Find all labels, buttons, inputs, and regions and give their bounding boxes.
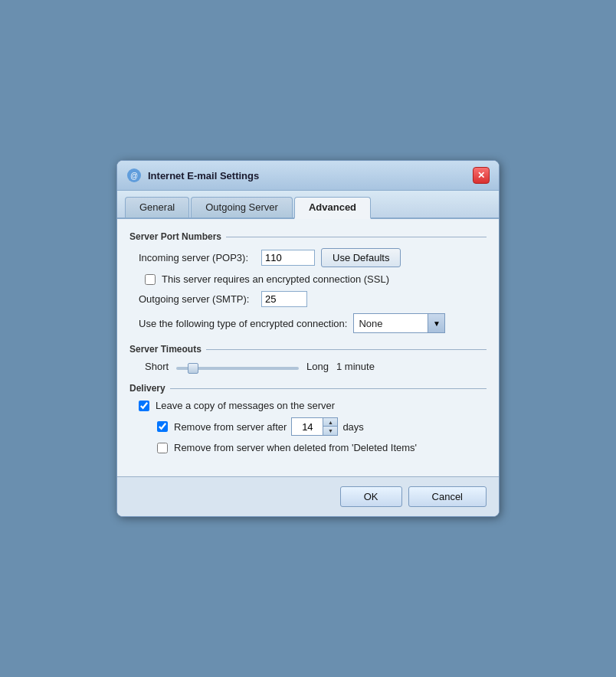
server-ports-section: Server Port Numbers Incoming server (POP… (129, 231, 487, 333)
spin-down-button[interactable]: ▼ (323, 427, 337, 435)
encrypt-select-value: None (354, 316, 428, 332)
use-defaults-button[interactable]: Use Defaults (321, 248, 401, 267)
server-timeouts-title: Server Timeouts (129, 344, 487, 355)
title-bar: @ Internet E-mail Settings ✕ (117, 161, 499, 191)
dialog-window: @ Internet E-mail Settings ✕ General Out… (116, 160, 500, 517)
long-label: Long (306, 361, 329, 372)
svg-text:@: @ (130, 172, 138, 180)
remove-after-label: Remove from server after ▲ ▼ days (174, 417, 364, 436)
encrypt-row: Use the following type of encrypted conn… (129, 313, 487, 333)
delivery-section: Delivery Leave a copy of messages on the… (129, 383, 487, 453)
tab-outgoing[interactable]: Outgoing Server (191, 197, 293, 217)
remove-deleted-checkbox[interactable] (157, 443, 168, 453)
encrypt-select[interactable]: None ▼ (353, 313, 445, 333)
ssl-checkbox-row: This server requires an encrypted connec… (129, 273, 487, 285)
remove-after-row: Remove from server after ▲ ▼ days (129, 417, 487, 436)
close-button[interactable]: ✕ (473, 167, 490, 184)
ssl-label: This server requires an encrypted connec… (162, 273, 389, 285)
timeout-slider-container (176, 361, 299, 372)
days-input[interactable] (292, 418, 323, 435)
outgoing-server-label: Outgoing server (SMTP): (139, 293, 261, 305)
outgoing-server-input[interactable] (261, 291, 307, 307)
leave-copy-label: Leave a copy of messages on the server (156, 400, 335, 411)
incoming-server-row: Incoming server (POP3): Use Defaults (129, 248, 487, 267)
tab-content: Server Port Numbers Incoming server (POP… (117, 219, 499, 476)
delivery-title: Delivery (129, 383, 487, 394)
tabs-row: General Outgoing Server Advanced (117, 191, 499, 219)
encrypt-label: Use the following type of encrypted conn… (139, 318, 347, 329)
remove-deleted-row: Remove from server when deleted from 'De… (129, 442, 487, 453)
ssl-checkbox[interactable] (145, 274, 156, 285)
spin-up-button[interactable]: ▲ (323, 418, 337, 427)
remove-after-checkbox[interactable] (157, 421, 168, 432)
cancel-button[interactable]: Cancel (408, 486, 487, 507)
server-timeouts-section: Server Timeouts Short Long 1 minute (129, 344, 487, 372)
leave-copy-checkbox[interactable] (139, 401, 149, 411)
timeout-slider[interactable] (176, 367, 299, 370)
leave-copy-row: Leave a copy of messages on the server (129, 400, 487, 411)
timeout-value: 1 minute (336, 361, 375, 372)
encrypt-dropdown-arrow[interactable]: ▼ (428, 314, 444, 332)
email-icon: @ (126, 168, 142, 183)
title-bar-left: @ Internet E-mail Settings (126, 168, 259, 183)
outgoing-server-row: Outgoing server (SMTP): (129, 291, 487, 307)
server-ports-title: Server Port Numbers (129, 231, 487, 242)
window-title: Internet E-mail Settings (148, 170, 259, 182)
dialog-footer: OK Cancel (117, 476, 499, 516)
incoming-server-label: Incoming server (POP3): (139, 252, 261, 263)
incoming-server-input[interactable] (261, 250, 315, 266)
tab-general[interactable]: General (125, 197, 189, 217)
short-label: Short (145, 361, 169, 372)
tab-advanced[interactable]: Advanced (294, 197, 371, 219)
spin-buttons: ▲ ▼ (323, 418, 337, 435)
remove-deleted-label: Remove from server when deleted from 'De… (174, 442, 417, 453)
ok-button[interactable]: OK (340, 486, 402, 507)
timeout-row: Short Long 1 minute (129, 361, 487, 372)
days-spinner[interactable]: ▲ ▼ (291, 417, 338, 436)
